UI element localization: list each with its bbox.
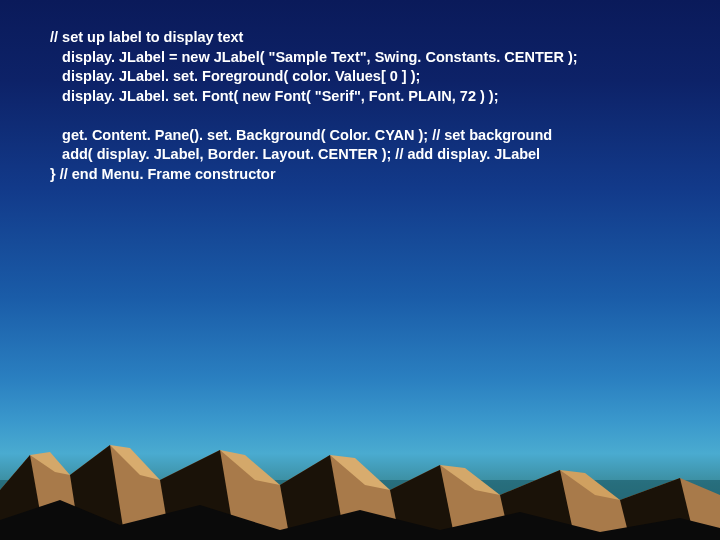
code-line: // set up label to display text: [50, 29, 243, 45]
background-mountains: [0, 400, 720, 540]
code-line: display. JLabel. set. Font( new Font( "S…: [50, 88, 499, 104]
code-text: // set up label to display text display.…: [50, 28, 578, 185]
code-line: display. JLabel. set. Foreground( color.…: [50, 68, 420, 84]
code-line: add( display. JLabel, Border. Layout. CE…: [50, 146, 540, 162]
code-line: get. Content. Pane(). set. Background( C…: [50, 127, 552, 143]
code-line: } // end Menu. Frame constructor: [50, 166, 276, 182]
code-line: display. JLabel = new JLabel( "Sample Te…: [50, 49, 578, 65]
